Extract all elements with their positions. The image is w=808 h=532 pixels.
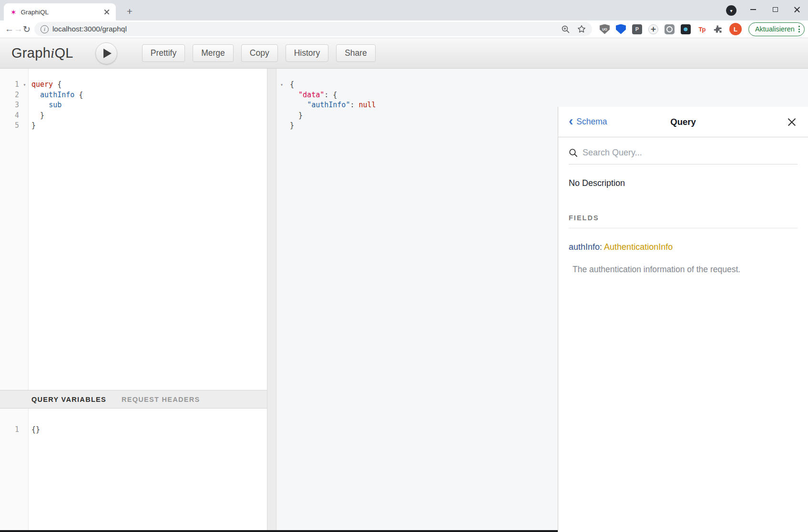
main-workspace: 1▾2345 query { authInfo { sub }} QUERY V… — [0, 69, 808, 530]
fold-spacer — [21, 121, 28, 131]
site-info-icon[interactable]: i — [41, 25, 49, 33]
variables-editor[interactable]: 1 {} — [0, 409, 267, 530]
fold-spacer — [21, 90, 28, 101]
line-number: 5 — [0, 121, 21, 131]
window-controls — [742, 0, 808, 19]
code-line: } — [31, 111, 267, 121]
toolbar-button-history[interactable]: History — [286, 44, 328, 62]
line-number: 1 — [0, 80, 21, 90]
refresh-extension-button[interactable]: Aktualisieren — [748, 22, 805, 36]
doc-close-icon[interactable] — [786, 116, 798, 128]
execute-query-button[interactable] — [95, 42, 117, 64]
window-maximize-button[interactable] — [764, 0, 786, 19]
field-type-link[interactable]: AuthenticationInfo — [604, 242, 673, 252]
query-code-area[interactable]: query { authInfo { sub }} — [29, 69, 267, 390]
toolbar-button-share[interactable]: Share — [336, 44, 376, 62]
line-number: 2 — [0, 90, 21, 101]
zoom-indicator-icon[interactable] — [561, 25, 570, 34]
field-row: authInfo: AuthenticationInfo — [569, 242, 798, 252]
extensions-puzzle-icon[interactable] — [713, 24, 723, 34]
forward-button[interactable]: → — [14, 22, 23, 36]
tab-search-button[interactable]: ▾ — [726, 5, 736, 16]
address-bar[interactable]: i localhost:3000/graphql — [34, 22, 592, 36]
pane-resize-handle[interactable] — [267, 69, 276, 530]
fold-spacer — [278, 90, 286, 101]
doc-search-box[interactable] — [569, 145, 798, 164]
minimize-icon — [750, 9, 756, 10]
doc-search-input[interactable] — [583, 148, 798, 158]
graphiql-topbar: GraphiQL PrettifyMergeCopyHistoryShare — [0, 38, 808, 69]
type-description: No Description — [569, 178, 798, 188]
field-name-link[interactable]: authInfo — [569, 242, 600, 252]
toolbar-button-copy[interactable]: Copy — [241, 44, 278, 62]
doc-explorer-header: ‹ Schema Query — [558, 107, 808, 137]
code-line: "data": { — [290, 90, 808, 101]
graphiql-toolbar: PrettifyMergeCopyHistoryShare — [142, 44, 376, 62]
extensions-row: UOP✛⊛TpL — [600, 23, 742, 35]
fold-spacer — [278, 111, 286, 121]
line-number: 3 — [0, 100, 21, 111]
code-line: authInfo { — [31, 90, 267, 101]
fold-spacer — [278, 121, 286, 131]
code-line: {} — [31, 425, 267, 435]
kebab-menu-icon[interactable] — [798, 26, 800, 32]
refresh-extension-label: Aktualisieren — [755, 25, 795, 33]
fold-spacer — [21, 425, 28, 435]
window-close-button[interactable] — [786, 0, 808, 19]
crosshair-extension-icon[interactable]: ✛ — [648, 24, 658, 34]
variables-code-area[interactable]: {} — [29, 409, 267, 530]
fields-category-title: FIELDS — [569, 214, 798, 228]
graphql-favicon-icon: ✶ — [10, 9, 17, 16]
line-number: 1 — [0, 425, 21, 435]
fold-spacer — [21, 111, 28, 121]
window-minimize-button[interactable] — [742, 0, 764, 19]
fold-spacer — [278, 100, 286, 111]
close-icon — [793, 6, 801, 13]
tp-extension-icon[interactable]: Tp — [697, 24, 707, 34]
code-line: query { — [31, 80, 267, 90]
tab-request-headers[interactable]: REQUEST HEADERS — [122, 396, 200, 403]
query-editor[interactable]: 1▾2345 query { authInfo { sub }} — [0, 69, 267, 390]
line-number-gutter: 1▾2345 — [0, 69, 29, 390]
toolbar-button-merge[interactable]: Merge — [193, 44, 234, 62]
camera-extension-icon[interactable] — [665, 24, 675, 34]
doc-back-label: Schema — [576, 117, 607, 127]
profile-avatar[interactable]: L — [729, 23, 742, 35]
tab-query-variables[interactable]: QUERY VARIABLES — [31, 396, 106, 403]
browser-tab-graphiql[interactable]: ✶ GraphiQL — [4, 3, 116, 20]
play-icon — [103, 49, 112, 58]
doc-explorer-panel: ‹ Schema Query No Description FIELDS aut… — [558, 107, 808, 532]
bookmark-star-icon[interactable] — [577, 24, 586, 34]
tab-title: GraphiQL — [21, 9, 102, 16]
doc-back-link[interactable]: ‹ Schema — [569, 116, 607, 128]
result-fold-gutter: ▾ — [276, 69, 287, 530]
reload-button[interactable]: ↻ — [23, 22, 31, 36]
query-editor-pane: 1▾2345 query { authInfo { sub }} QUERY V… — [0, 69, 267, 530]
search-icon — [569, 148, 578, 157]
field-description: The authentication information of the re… — [573, 265, 798, 275]
fold-arrow-icon[interactable]: ▾ — [278, 80, 286, 90]
browser-tabstrip: ✶ GraphiQL + ▾ — [0, 0, 808, 20]
code-line: } — [31, 121, 267, 131]
secondary-editor-tabs: QUERY VARIABLES REQUEST HEADERS — [0, 390, 267, 409]
new-tab-button[interactable]: + — [123, 5, 136, 18]
tab-close-icon[interactable] — [102, 8, 111, 16]
p-extension-icon[interactable]: P — [632, 24, 642, 34]
react-devtools-icon[interactable]: ⊛ — [681, 24, 691, 34]
back-button[interactable]: ← — [5, 22, 14, 36]
graphiql-logo: GraphiQL — [11, 45, 73, 61]
doc-explorer-body: No Description FIELDS authInfo: Authenti… — [558, 178, 808, 275]
ublock-origin-icon[interactable]: UO — [600, 24, 610, 34]
browser-toolbar: ← → ↻ i localhost:3000/graphql UOP✛⊛TpL … — [0, 20, 808, 38]
code-line: { — [290, 80, 808, 90]
variables-line-number-gutter: 1 — [0, 409, 29, 530]
maximize-icon — [773, 7, 778, 12]
fold-arrow-icon[interactable]: ▾ — [21, 80, 28, 90]
fold-spacer — [21, 100, 28, 111]
bitwarden-icon[interactable] — [616, 24, 626, 34]
code-line: sub — [31, 100, 267, 111]
url-text[interactable]: localhost:3000/graphql — [52, 25, 554, 33]
line-number: 4 — [0, 111, 21, 121]
toolbar-button-prettify[interactable]: Prettify — [142, 44, 185, 62]
chevron-left-icon: ‹ — [569, 114, 573, 128]
